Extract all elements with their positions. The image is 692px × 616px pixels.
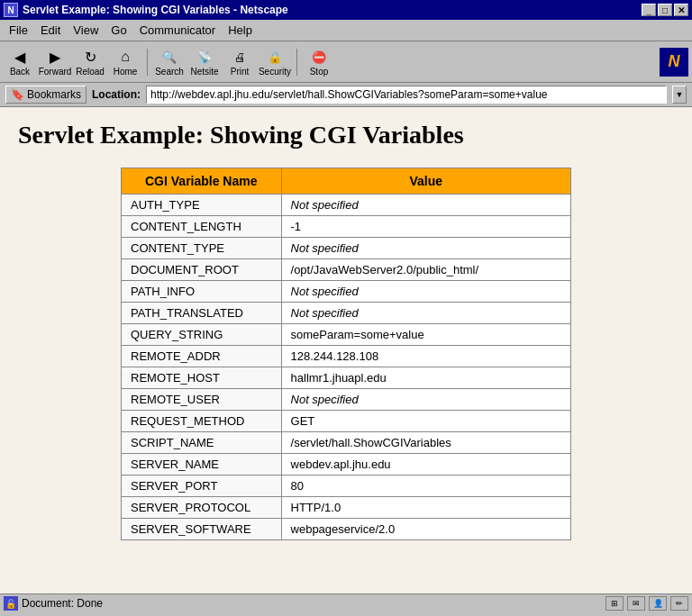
cgi-table: CGI Variable Name Value AUTH_TYPENot spe… xyxy=(121,168,571,540)
home-label: Home xyxy=(114,67,138,77)
table-header-name: CGI Variable Name xyxy=(122,168,282,195)
print-label: Print xyxy=(231,67,250,77)
toolbar-divider-2 xyxy=(296,49,297,76)
status-lock-icon: 🔓 xyxy=(4,596,18,611)
cgi-variable-name: PATH_INFO xyxy=(122,281,282,303)
cgi-variable-name: REMOTE_USER xyxy=(122,389,282,411)
security-button[interactable]: 🔒 Security xyxy=(259,44,291,79)
table-row: PATH_INFONot specified xyxy=(122,281,571,303)
toolbar: ◀ Back ▶ Forward ↻ Reload ⌂ Home 🔍 Searc… xyxy=(0,41,692,83)
location-input[interactable] xyxy=(146,86,667,104)
menu-go[interactable]: Go xyxy=(105,22,132,39)
table-row: SERVER_PORT80 xyxy=(122,476,571,497)
content-area: Servlet Example: Showing CGI Variables C… xyxy=(0,107,692,593)
table-row: AUTH_TYPENot specified xyxy=(122,195,571,216)
title-bar: N Servlet Example: Showing CGI Variables… xyxy=(0,0,692,20)
back-icon: ◀ xyxy=(10,47,30,67)
status-icon-4: ✏ xyxy=(670,596,688,611)
page-title: Servlet Example: Showing CGI Variables xyxy=(18,121,674,149)
cgi-variable-value: Not specified xyxy=(281,281,570,303)
cgi-variable-name: DOCUMENT_ROOT xyxy=(122,259,282,281)
cgi-variable-name: AUTH_TYPE xyxy=(122,195,282,216)
status-bar: 🔓 Document: Done ⊞ ✉ 👤 ✏ xyxy=(0,593,692,612)
cgi-variable-value: GET xyxy=(281,411,570,432)
table-row: REMOTE_ADDR128.244.128.108 xyxy=(122,346,571,367)
menu-help[interactable]: Help xyxy=(223,22,258,39)
cgi-variable-name: SCRIPT_NAME xyxy=(122,432,282,454)
table-row: SERVER_SOFTWAREwebpageservice/2.0 xyxy=(122,519,571,540)
stop-button[interactable]: ⛔ Stop xyxy=(303,44,335,79)
cgi-variable-name: SERVER_PORT xyxy=(122,476,282,497)
location-label: Location: xyxy=(92,88,141,101)
reload-icon: ↻ xyxy=(80,47,100,67)
back-label: Back xyxy=(10,67,30,77)
menu-communicator[interactable]: Communicator xyxy=(134,22,222,39)
netsite-button[interactable]: 📡 Netsite xyxy=(188,44,221,79)
table-row: REMOTE_HOSThallmr1.jhuapl.edu xyxy=(122,367,571,389)
cgi-variable-value: 80 xyxy=(281,476,570,497)
cgi-variable-name: CONTENT_TYPE xyxy=(122,238,282,259)
cgi-variable-name: REMOTE_ADDR xyxy=(122,346,282,367)
security-icon: 🔒 xyxy=(265,47,285,67)
cgi-variable-value: webpageservice/2.0 xyxy=(281,519,570,540)
cgi-variable-value: webdev.apl.jhu.edu xyxy=(281,454,570,476)
cgi-variable-value: hallmr1.jhuapl.edu xyxy=(281,367,570,389)
status-icon-1: ⊞ xyxy=(606,596,624,611)
status-icon-3: 👤 xyxy=(649,596,667,611)
print-button[interactable]: 🖨 Print xyxy=(223,44,256,79)
bookmarks-button[interactable]: 🔖 Bookmarks xyxy=(5,86,86,104)
cgi-variable-value: /servlet/hall.ShowCGIVariables xyxy=(281,432,570,454)
netsite-label: Netsite xyxy=(190,67,218,77)
bookmark-icon: 🔖 xyxy=(11,88,24,101)
minimize-button[interactable]: _ xyxy=(642,4,656,16)
menu-bar: File Edit View Go Communicator Help xyxy=(0,20,692,41)
cgi-variable-name: CONTENT_LENGTH xyxy=(122,216,282,238)
toolbar-divider-1 xyxy=(147,49,148,76)
reload-button[interactable]: ↻ Reload xyxy=(74,44,106,79)
cgi-variable-value: 128.244.128.108 xyxy=(281,346,570,367)
menu-file[interactable]: File xyxy=(4,22,33,39)
app-icon: N xyxy=(4,3,18,17)
window-title: Servlet Example: Showing CGI Variables -… xyxy=(23,4,288,16)
reload-label: Reload xyxy=(76,67,105,77)
cgi-variable-value: Not specified xyxy=(281,195,570,216)
menu-edit[interactable]: Edit xyxy=(35,22,66,39)
table-row: REMOTE_USERNot specified xyxy=(122,389,571,411)
table-row: SCRIPT_NAME/servlet/hall.ShowCGIVariable… xyxy=(122,432,571,454)
stop-icon: ⛔ xyxy=(309,47,329,67)
search-icon: 🔍 xyxy=(159,47,179,67)
table-header-value: Value xyxy=(281,168,570,195)
forward-button[interactable]: ▶ Forward xyxy=(39,44,71,79)
print-icon: 🖨 xyxy=(230,47,250,67)
close-button[interactable]: ✕ xyxy=(674,4,688,16)
bookmarks-label: Bookmarks xyxy=(27,88,81,101)
back-button[interactable]: ◀ Back xyxy=(4,44,36,79)
cgi-variable-value: Not specified xyxy=(281,238,570,259)
search-button[interactable]: 🔍 Search xyxy=(153,44,186,79)
maximize-button[interactable]: □ xyxy=(658,4,672,16)
cgi-variable-value: someParam=some+value xyxy=(281,324,570,346)
table-row: CONTENT_TYPENot specified xyxy=(122,238,571,259)
stop-label: Stop xyxy=(310,67,329,77)
location-bar: 🔖 Bookmarks Location: ▼ xyxy=(0,83,692,107)
netsite-icon: 📡 xyxy=(195,47,214,67)
netscape-logo: N xyxy=(660,48,688,77)
security-label: Security xyxy=(259,67,291,77)
home-button[interactable]: ⌂ Home xyxy=(109,44,141,79)
menu-view[interactable]: View xyxy=(68,22,104,39)
forward-label: Forward xyxy=(39,67,72,77)
table-row: QUERY_STRINGsomeParam=some+value xyxy=(122,324,571,346)
window-controls: _ □ ✕ xyxy=(642,4,688,16)
status-icon-2: ✉ xyxy=(627,596,645,611)
cgi-variable-name: SERVER_PROTOCOL xyxy=(122,497,282,519)
table-row: SERVER_PROTOCOLHTTP/1.0 xyxy=(122,497,571,519)
table-row: SERVER_NAMEwebdev.apl.jhu.edu xyxy=(122,454,571,476)
cgi-variable-name: PATH_TRANSLATED xyxy=(122,303,282,324)
cgi-variable-name: QUERY_STRING xyxy=(122,324,282,346)
table-row: PATH_TRANSLATEDNot specified xyxy=(122,303,571,324)
location-dropdown[interactable]: ▼ xyxy=(672,86,687,104)
status-icons-right: ⊞ ✉ 👤 ✏ xyxy=(606,596,688,611)
search-label: Search xyxy=(155,67,184,77)
status-text: Document: Done xyxy=(22,597,602,610)
table-row: CONTENT_LENGTH-1 xyxy=(122,216,571,238)
